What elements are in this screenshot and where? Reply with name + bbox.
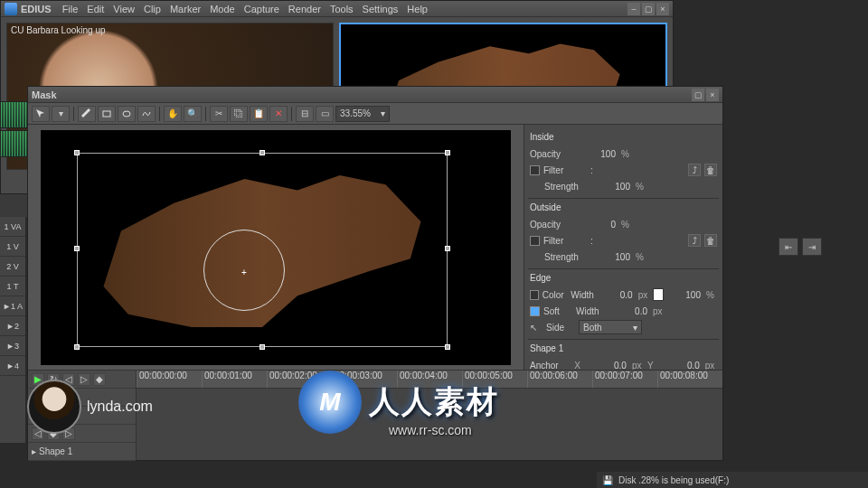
outside-strength-field[interactable]: 100 — [591, 252, 632, 262]
edge-soft-width-field[interactable]: 0.0 — [609, 306, 649, 316]
resize-handle[interactable] — [74, 150, 80, 155]
edge-side-dropdown[interactable]: Both▾ — [579, 320, 642, 334]
edge-color-checkbox[interactable] — [530, 290, 539, 300]
play-button[interactable]: ▶ — [32, 373, 44, 386]
edge-color-width-field[interactable]: 0.0 — [599, 290, 635, 300]
inside-strength-field[interactable]: 100 — [591, 182, 632, 192]
key-nav-button[interactable]: ◁ — [32, 409, 44, 422]
key-nav-button[interactable]: ◁ — [32, 427, 44, 440]
loop-button[interactable]: ↻ — [47, 373, 60, 386]
track-label[interactable]: ►3 — [0, 336, 25, 356]
maximize-icon[interactable]: ▢ — [642, 3, 655, 15]
edge-color-chip[interactable] — [653, 288, 664, 301]
menu-mode[interactable]: Mode — [210, 4, 235, 14]
rectangle-tool[interactable] — [98, 106, 116, 122]
mark-out-button[interactable]: ⇥ — [802, 238, 822, 256]
shape-track-row[interactable]: ▸Shape 1 — [28, 443, 136, 461]
key-add-button[interactable]: ◆ — [47, 427, 60, 440]
menu-clip[interactable]: Clip — [144, 4, 161, 14]
track-label[interactable]: 1 T — [0, 277, 25, 296]
mark-in-button[interactable]: ⇤ — [778, 238, 798, 256]
track-header-strip: 1 VA 1 V 2 V 1 T ►1 A ►2 ►3 ►4 — [0, 217, 25, 443]
mask-timeline: ▶ ↻ ◁ ▷ ◆ ◁◆▷ ◁◆▷ ◁◆▷ ▸Shape 1 00:00:00:… — [28, 370, 722, 460]
resize-handle[interactable] — [259, 344, 265, 350]
prev-key-button[interactable]: ◁ — [62, 373, 75, 386]
mask-track-header: ▶ ↻ ◁ ▷ ◆ ◁◆▷ ◁◆▷ ◁◆▷ ▸Shape 1 — [28, 371, 137, 460]
mask-canvas-area: + — [28, 125, 524, 370]
preview-titlebar: EDIUS File Edit View Clip Marker Mode Ca… — [1, 1, 673, 17]
mask-properties-panel: Inside Opacity100% Filter:⤴🗑 Strength100… — [524, 125, 722, 370]
delete-button[interactable]: ✕ — [269, 106, 288, 122]
key-nav-button[interactable]: ▷ — [62, 409, 75, 422]
mask-track-area[interactable]: 00:00:00:00 00:00:01:00 00:00:02:00 00:0… — [137, 371, 722, 460]
app-logo-icon — [5, 3, 17, 15]
key-add-button[interactable]: ◆ — [47, 391, 60, 404]
resize-handle[interactable] — [445, 246, 450, 251]
key-nav-button[interactable]: ▷ — [62, 427, 75, 440]
inside-section: Inside Opacity100% Filter:⤴🗑 Strength100… — [528, 128, 719, 199]
mask-editor-window: Mask ▢ × ▾ ✋ 🔍 ✂ ⿻ 📋 ✕ ⊟ ▭ 33.55%▾ — [27, 86, 723, 461]
filter-add-button[interactable]: ⤴ — [688, 234, 701, 247]
close-icon[interactable]: × — [706, 89, 719, 101]
expand-icon[interactable]: ▸ — [32, 446, 36, 456]
track-label[interactable]: 2 V — [0, 257, 25, 277]
zoom-tool[interactable]: 🔍 — [184, 106, 202, 122]
disk-icon: 💾 — [602, 475, 613, 485]
close-icon[interactable]: × — [656, 3, 669, 15]
inout-controls: ⇤ ⇥ — [732, 235, 868, 258]
menu-render[interactable]: Render — [288, 4, 321, 14]
mask-canvas[interactable]: + — [41, 130, 511, 365]
menu-capture[interactable]: Capture — [244, 4, 279, 14]
menu-tools[interactable]: Tools — [330, 4, 354, 14]
cut-button[interactable]: ✂ — [210, 106, 228, 122]
ellipse-tool[interactable] — [118, 106, 136, 122]
outside-filter-checkbox[interactable] — [530, 236, 540, 246]
key-nav-button[interactable]: ▷ — [62, 391, 75, 404]
menu-edit[interactable]: Edit — [87, 4, 104, 14]
key-add-button[interactable]: ◆ — [47, 409, 60, 422]
filter-add-button[interactable]: ⤴ — [688, 164, 701, 176]
edge-soft-checkbox[interactable] — [530, 306, 540, 316]
track-label[interactable]: 1 V — [0, 237, 25, 257]
paste-button[interactable]: 📋 — [250, 106, 268, 122]
fit-button[interactable]: ▭ — [316, 106, 334, 122]
track-label[interactable]: 1 VA — [0, 217, 25, 237]
key-nav-button[interactable]: ◁ — [32, 391, 44, 404]
menu-view[interactable]: View — [113, 4, 135, 14]
next-key-button[interactable]: ▷ — [78, 373, 90, 386]
hand-tool[interactable]: ✋ — [164, 106, 182, 122]
minimize-icon[interactable]: – — [627, 3, 640, 15]
pen-tool[interactable] — [78, 106, 96, 122]
menu-help[interactable]: Help — [407, 4, 428, 14]
anchor-cross-icon: + — [241, 267, 247, 273]
resize-handle[interactable] — [445, 150, 450, 155]
toggle-button[interactable]: ⊟ — [296, 106, 314, 122]
outside-opacity-field[interactable]: 0 — [577, 220, 618, 230]
outside-section: Outside Opacity0% Filter:⤴🗑 Strength100% — [528, 199, 719, 269]
inside-opacity-field[interactable]: 100 — [577, 149, 618, 159]
dropdown-icon[interactable]: ▾ — [52, 106, 70, 122]
anchor-x-field[interactable]: 0.0 — [590, 361, 628, 371]
freehand-tool[interactable] — [137, 106, 156, 122]
add-key-button[interactable]: ◆ — [93, 373, 106, 386]
maximize-icon[interactable]: ▢ — [692, 89, 704, 101]
mask-titlebar[interactable]: Mask ▢ × — [28, 87, 722, 103]
menu-file[interactable]: File — [62, 4, 79, 14]
menu-settings[interactable]: Settings — [363, 4, 399, 14]
filter-remove-button[interactable]: 🗑 — [704, 234, 717, 247]
mask-ruler[interactable]: 00:00:00:00 00:00:01:00 00:00:02:00 00:0… — [137, 371, 722, 389]
resize-handle[interactable] — [74, 344, 80, 350]
track-label[interactable]: ►2 — [0, 316, 25, 336]
resize-handle[interactable] — [74, 246, 80, 251]
track-label[interactable]: ►1 A — [0, 296, 25, 316]
track-label[interactable]: ►4 — [0, 356, 25, 376]
anchor-y-field[interactable]: 0.0 — [663, 361, 702, 371]
filter-remove-button[interactable]: 🗑 — [704, 164, 717, 176]
inside-filter-checkbox[interactable] — [530, 165, 540, 175]
zoom-dropdown[interactable]: 33.55%▾ — [335, 106, 390, 122]
select-tool[interactable] — [32, 106, 50, 122]
menu-marker[interactable]: Marker — [170, 4, 201, 14]
resize-handle[interactable] — [445, 344, 450, 350]
copy-button[interactable]: ⿻ — [230, 106, 248, 122]
resize-handle[interactable] — [259, 150, 265, 155]
